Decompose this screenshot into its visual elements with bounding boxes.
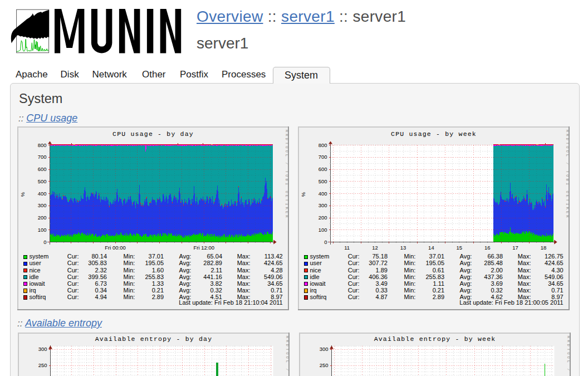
svg-text:4.87: 4.87 — [375, 294, 387, 300]
svg-text:Max:: Max: — [517, 280, 531, 287]
svg-text:16: 16 — [484, 245, 491, 251]
svg-text:6.73: 6.73 — [95, 280, 107, 287]
svg-text:300: 300 — [318, 202, 327, 208]
svg-text:Max:: Max: — [237, 267, 251, 274]
svg-text:Avg:: Avg: — [459, 260, 472, 266]
svg-text:Min:: Min: — [404, 280, 415, 287]
svg-text:RRDTOOL / TOBI OETIKER: RRDTOOL / TOBI OETIKER — [566, 336, 570, 376]
svg-text:Fri 12:00: Fri 12:00 — [194, 245, 215, 251]
svg-text:Min:: Min: — [404, 260, 415, 266]
svg-text:300: 300 — [38, 202, 47, 208]
svg-text:Cur:: Cur: — [348, 274, 360, 280]
svg-text:700: 700 — [318, 154, 327, 160]
svg-text:Max:: Max: — [517, 267, 531, 274]
svg-text:1.60: 1.60 — [152, 267, 164, 274]
svg-text:Min:: Min: — [124, 280, 135, 287]
svg-text:441.16: 441.16 — [204, 274, 223, 280]
svg-text:3.82: 3.82 — [210, 280, 222, 287]
svg-text:Max:: Max: — [517, 260, 531, 266]
svg-text:0.21: 0.21 — [432, 287, 444, 294]
svg-text:softirq: softirq — [30, 294, 46, 300]
svg-text:Max:: Max: — [237, 280, 251, 287]
svg-text:2.89: 2.89 — [152, 294, 164, 300]
svg-text:Cur:: Cur: — [348, 294, 360, 300]
svg-text:Min:: Min: — [124, 260, 135, 266]
svg-text:Max:: Max: — [237, 287, 251, 294]
svg-text:idle: idle — [310, 274, 319, 280]
svg-text:0.21: 0.21 — [152, 287, 164, 294]
svg-text:Avg:: Avg: — [179, 280, 192, 287]
svg-text:2.32: 2.32 — [95, 267, 107, 274]
svg-text:13: 13 — [400, 245, 406, 251]
svg-text:Avg:: Avg: — [179, 287, 192, 294]
svg-text:Min:: Min: — [124, 267, 135, 274]
svg-text:Cur:: Cur: — [348, 260, 360, 266]
svg-text:irq: irq — [310, 287, 316, 294]
svg-text:idle: idle — [30, 274, 39, 280]
svg-text:2.00: 2.00 — [491, 267, 502, 274]
svg-text:Cur:: Cur: — [67, 287, 79, 294]
svg-text:0.33: 0.33 — [375, 287, 387, 294]
svg-text:126.75: 126.75 — [545, 253, 564, 260]
svg-text:250: 250 — [319, 362, 328, 368]
svg-text:Avg:: Avg: — [179, 274, 192, 280]
svg-text:399.56: 399.56 — [89, 274, 107, 280]
svg-text:37.01: 37.01 — [149, 253, 164, 260]
svg-text:0.34: 0.34 — [95, 287, 107, 294]
svg-text:CPU usage - by day: CPU usage - by day — [112, 130, 194, 138]
svg-text:%: % — [19, 192, 26, 197]
svg-text:600: 600 — [318, 166, 327, 172]
svg-text:Max:: Max: — [517, 287, 531, 294]
svg-text:66.38: 66.38 — [487, 253, 503, 260]
svg-text:system: system — [310, 253, 329, 260]
svg-text:Max:: Max: — [237, 260, 251, 266]
svg-text:iowait: iowait — [30, 280, 45, 287]
svg-text:12: 12 — [372, 245, 378, 251]
svg-text:Last update: Fri Feb 18 21:10:: Last update: Fri Feb 18 21:10:04 2011 — [179, 299, 283, 306]
svg-text:437.36: 437.36 — [484, 274, 503, 280]
svg-text:18: 18 — [541, 245, 547, 251]
svg-text:1.89: 1.89 — [375, 267, 387, 274]
svg-text:RRDTOOL / TOBI OETIKER: RRDTOOL / TOBI OETIKER — [285, 336, 290, 376]
svg-text:307.72: 307.72 — [369, 260, 388, 266]
svg-text:Min:: Min: — [124, 287, 135, 294]
svg-text:Cur:: Cur: — [348, 253, 360, 260]
svg-text:34.65: 34.65 — [267, 280, 283, 287]
svg-text:softirq: softirq — [310, 294, 326, 300]
svg-text:549.06: 549.06 — [264, 274, 283, 280]
svg-text:549.06: 549.06 — [545, 274, 564, 280]
svg-text:406.36: 406.36 — [369, 274, 388, 280]
svg-text:0.71: 0.71 — [551, 287, 563, 294]
svg-text:Cur:: Cur: — [67, 267, 79, 274]
svg-text:irq: irq — [30, 287, 36, 294]
svg-text:Cur:: Cur: — [67, 294, 79, 300]
svg-text:0.32: 0.32 — [210, 287, 222, 294]
svg-text:Avg:: Avg: — [459, 267, 472, 274]
svg-text:Max:: Max: — [237, 274, 251, 280]
svg-text:14: 14 — [428, 245, 434, 251]
svg-text:CPU usage - by week: CPU usage - by week — [391, 130, 477, 138]
svg-text:250: 250 — [38, 362, 47, 368]
svg-text:195.05: 195.05 — [425, 260, 444, 266]
svg-text:282.89: 282.89 — [204, 260, 223, 266]
svg-text:Cur:: Cur: — [67, 260, 79, 266]
svg-text:Avg:: Avg: — [459, 287, 472, 294]
svg-text:Fri 00:00: Fri 00:00 — [105, 245, 126, 251]
svg-text:11: 11 — [344, 245, 350, 251]
svg-text:Cur:: Cur: — [348, 287, 360, 294]
svg-text:4.30: 4.30 — [551, 267, 563, 274]
svg-text:Cur:: Cur: — [67, 280, 79, 287]
svg-text:195.05: 195.05 — [145, 260, 164, 266]
svg-text:200: 200 — [38, 214, 47, 221]
svg-text:Min:: Min: — [124, 294, 135, 300]
svg-text:Avg:: Avg: — [459, 253, 472, 260]
svg-text:Avg:: Avg: — [179, 260, 192, 266]
svg-text:Avg:: Avg: — [179, 267, 192, 274]
svg-text:Avg:: Avg: — [459, 274, 472, 280]
svg-text:424.65: 424.65 — [264, 260, 283, 266]
svg-text:4.94: 4.94 — [95, 294, 107, 300]
svg-text:Min:: Min: — [404, 267, 415, 274]
svg-text:600: 600 — [38, 166, 47, 172]
svg-text:Last update: Fri Feb 18 21:00:: Last update: Fri Feb 18 21:00:05 2011 — [459, 299, 563, 306]
svg-text:Avg:: Avg: — [459, 280, 472, 287]
